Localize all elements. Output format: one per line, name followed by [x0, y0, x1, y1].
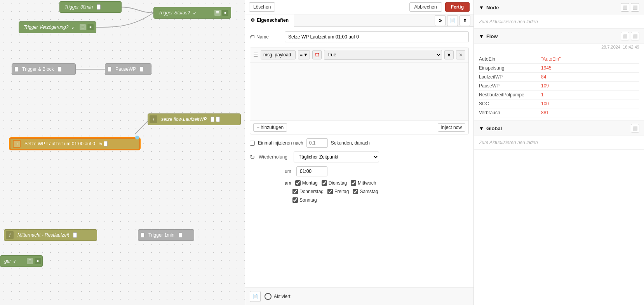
flow-section-header[interactable]: ▼ Flow ⬜ ⬜ — [474, 29, 644, 44]
properties-panel: Löschen Abbrechen Fertig ⚙ Eigenschaften… — [245, 0, 474, 305]
drag-handle[interactable]: ☰ — [253, 52, 258, 58]
once-checkbox[interactable] — [250, 141, 255, 146]
node-label: Trigger 30min — [62, 4, 95, 10]
flow-section: ▼ Flow ⬜ ⬜ 28.7.2024, 18:42:49 AutoEin "… — [474, 29, 644, 121]
operator-dropdown-icon: ▼ — [303, 52, 308, 58]
global-section-title: Global — [486, 125, 502, 131]
cancel-button[interactable]: Abbrechen — [409, 2, 442, 12]
day-freitag-checkbox[interactable] — [327, 189, 333, 194]
node-connector-dot — [135, 136, 139, 139]
day-samstag[interactable]: Samstag — [353, 189, 378, 194]
node-action-list[interactable]: ☰ — [214, 10, 221, 16]
repeat-select[interactable]: Täglicher Zeitpunkt Intervall Kein — [294, 152, 379, 162]
once-value-input[interactable] — [306, 138, 328, 148]
flow-row: SOC 100 — [479, 99, 639, 108]
name-label: 🏷 Name — [250, 34, 285, 40]
collapse-icon: ▼ — [479, 33, 484, 39]
tab-label: Eigenschaften — [257, 17, 289, 23]
flow-section-actions: ⬜ ⬜ — [621, 32, 639, 40]
day-donnerstag[interactable]: Donnerstag — [292, 189, 324, 194]
node-port-left — [108, 66, 111, 72]
rule-value-type[interactable]: ⏰ — [312, 50, 322, 59]
node-action-btn-2[interactable]: ⬜ — [631, 3, 639, 12]
day-samstag-checkbox[interactable] — [353, 189, 358, 194]
global-action-btn-1[interactable]: ⬜ — [631, 124, 639, 132]
day-dienstag-checkbox[interactable] — [322, 180, 327, 186]
add-rule-button[interactable]: + hinzufügen — [253, 123, 287, 132]
rule-delete-btn[interactable]: ✕ — [456, 50, 465, 59]
tab-doc-btn[interactable]: 📄 — [447, 15, 458, 26]
node-action-list[interactable]: ☰ — [80, 24, 86, 30]
flow-row: LaufzeitWP 84 — [479, 73, 639, 82]
collapse-icon: ▼ — [479, 5, 484, 10]
node-label: Setze WP Laufzeit um 01:00 auf 0 — [22, 141, 97, 146]
day-mittwoch-checkbox[interactable] — [351, 180, 356, 186]
tab-settings-btn[interactable]: ⚙ — [435, 15, 446, 26]
global-section-header[interactable]: ▼ Global ⬜ — [474, 121, 644, 136]
time-row: um — [285, 166, 469, 176]
node-trigger-delay[interactable]: Trigger Verzögerung? ↙ ☰ ■ — [19, 21, 96, 33]
node-trigger-30min[interactable]: Trigger 30min — [59, 1, 122, 13]
node-trigger-status[interactable]: Trigger Status? ↙ ☰ ■ — [153, 7, 231, 19]
delete-button[interactable]: Löschen — [249, 2, 275, 12]
node-partial-left[interactable]: ger ↙ ☰ ■ — [0, 255, 43, 267]
done-button[interactable]: Fertig — [445, 2, 470, 12]
node-section: ▼ Node ⬜ ⬜ Zum Aktualisieren neu laden — [474, 0, 644, 29]
time-input[interactable] — [296, 166, 327, 176]
flow-value: 109 — [541, 83, 549, 89]
panel-bottom-icon-btn[interactable]: 📄 — [250, 291, 261, 302]
name-input[interactable] — [285, 31, 469, 42]
node-port-right — [97, 4, 101, 10]
day-sonntag[interactable]: Sonntag — [292, 197, 317, 203]
day-mittwoch[interactable]: Mittwoch — [351, 180, 376, 186]
node-label: PauseWP — [113, 66, 138, 72]
day-dienstag[interactable]: Dienstag — [322, 180, 347, 186]
inject-now-button[interactable]: inject now — [438, 123, 465, 132]
collapse-icon: ▼ — [479, 125, 484, 131]
flow-key: Verbrauch — [479, 110, 541, 115]
flow-action-btn-1[interactable]: ⬜ — [621, 32, 629, 40]
node-port-right — [211, 117, 214, 122]
name-field-row: 🏷 Name — [250, 31, 469, 42]
am-label: am — [285, 180, 291, 186]
node-action-btn-1[interactable]: ⬜ — [621, 3, 629, 12]
rule-operator[interactable]: = ▼ — [298, 50, 310, 59]
flow-section-title: Flow — [486, 33, 498, 39]
aktiviert-label: Aktiviert — [274, 294, 291, 299]
flow-timestamp: 28.7.2024, 18:42:49 — [474, 44, 644, 52]
days-row-3: Sonntag — [292, 197, 469, 203]
day-freitag[interactable]: Freitag — [327, 189, 349, 194]
node-mitternacht[interactable]: 𝑓 Mitternacht - Restlaufzeit — [4, 229, 97, 241]
node-label: Trigger Status? — [156, 10, 192, 16]
tab-action-icons: ⚙ 📄 ⬆ — [435, 14, 473, 26]
rule-value-select[interactable]: true false — [324, 50, 442, 60]
node-action-list[interactable]: ☰ — [27, 258, 33, 264]
aktiviert-radio[interactable] — [265, 293, 272, 300]
once-row: Einmal injizieren nach Sekunden, danach — [250, 138, 469, 148]
tab-eigenschaften[interactable]: ⚙ Eigenschaften — [245, 14, 294, 27]
panel-tabs: ⚙ Eigenschaften ⚙ 📄 ⬆ — [245, 14, 473, 27]
node-trigger-block[interactable]: Trigger & Block — [12, 63, 76, 75]
day-montag[interactable]: Montag — [295, 180, 318, 186]
flow-key: AutoEin — [479, 56, 541, 62]
tab-export-btn[interactable]: ⬆ — [460, 15, 470, 26]
node-action-toggle[interactable]: ■ — [87, 24, 94, 30]
day-sonntag-checkbox[interactable] — [292, 197, 298, 203]
rule-field[interactable]: msg. payload — [261, 50, 296, 59]
node-setze-wplaufzeit[interactable]: → Setze WP Laufzeit um 01:00 auf 0 ↻ — [10, 138, 140, 150]
panel-header: Löschen Abbrechen Fertig — [245, 0, 473, 14]
day-montag-checkbox[interactable] — [295, 180, 301, 186]
aktiviert-row: Aktiviert — [265, 293, 291, 300]
node-action-toggle[interactable]: ■ — [222, 10, 228, 16]
flow-value: "AutoEin" — [541, 56, 561, 62]
node-section-header[interactable]: ▼ Node ⬜ ⬜ — [474, 0, 644, 15]
node-pause-wp[interactable]: PauseWP — [105, 63, 151, 75]
node-port-left — [141, 232, 144, 238]
node-action-toggle[interactable]: ■ — [35, 258, 41, 264]
flow-action-btn-2[interactable]: ⬜ — [631, 32, 639, 40]
rule-dropdown[interactable]: ▼ — [444, 50, 454, 59]
node-setze-flow[interactable]: 𝑓 setze flow.LaufzeitWP — [148, 113, 241, 125]
node-trigger-1min[interactable]: Trigger 1min — [138, 229, 194, 241]
tab-icon: ⚙ — [251, 17, 255, 23]
day-donnerstag-checkbox[interactable] — [292, 189, 298, 194]
